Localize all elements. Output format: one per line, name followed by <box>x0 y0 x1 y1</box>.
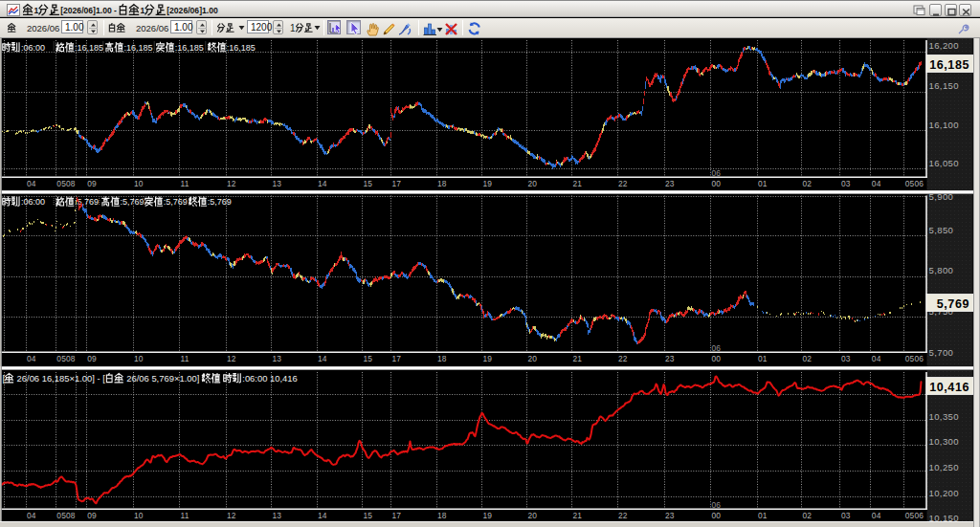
svg-text:16,150: 16,150 <box>929 80 959 91</box>
svg-text::16,185: :16,185 <box>124 43 153 53</box>
svg-text:1.00] - [: 1.00] - [ <box>75 373 105 384</box>
svg-text:17: 17 <box>392 511 402 520</box>
svg-text:04: 04 <box>872 354 881 363</box>
svg-text::16,185: :16,185 <box>75 43 103 53</box>
svg-text:01: 01 <box>758 511 768 520</box>
svg-text:20: 20 <box>528 511 538 520</box>
svg-text:0506: 0506 <box>905 179 924 188</box>
svg-text:18: 18 <box>437 179 447 188</box>
svg-text:10,200: 10,200 <box>929 488 959 498</box>
svg-text:09: 09 <box>87 179 97 188</box>
svg-text::16,185: :16,185 <box>227 43 256 53</box>
svg-text:1: 1 <box>33 6 38 15</box>
svg-text:18: 18 <box>437 354 447 363</box>
svg-text:26/06 16,185: 26/06 16,185 <box>14 373 69 384</box>
svg-text::5,769: :5,769 <box>208 197 232 207</box>
svg-text:10,416: 10,416 <box>929 381 969 394</box>
svg-text:17: 17 <box>392 179 402 188</box>
svg-text:[2026/06]1.00: [2026/06]1.00 <box>167 6 218 15</box>
svg-text:14: 14 <box>318 179 327 188</box>
svg-text:1.00]: 1.00] <box>179 373 201 384</box>
svg-text::5,769: :5,769 <box>164 197 188 207</box>
svg-text:09: 09 <box>87 354 97 363</box>
svg-text:22: 22 <box>618 511 628 520</box>
svg-text:5,850: 5,850 <box>929 225 954 235</box>
svg-text:23: 23 <box>665 511 675 520</box>
svg-text:11: 11 <box>181 511 189 520</box>
svg-text:02: 02 <box>802 354 812 363</box>
svg-text:21: 21 <box>573 179 583 188</box>
svg-text::06:00 10,416: :06:00 10,416 <box>242 373 297 384</box>
svg-text:0506: 0506 <box>905 354 924 363</box>
svg-text:0508: 0508 <box>56 354 76 363</box>
svg-text:19: 19 <box>483 511 493 520</box>
svg-text:16,050: 16,050 <box>929 158 959 168</box>
svg-text:0506: 0506 <box>905 511 924 520</box>
svg-text:00: 00 <box>712 511 722 520</box>
svg-text:16,185: 16,185 <box>929 58 969 72</box>
svg-text:03: 03 <box>841 511 851 520</box>
svg-text:20: 20 <box>528 354 538 363</box>
svg-text::06:00: :06:00 <box>21 197 45 207</box>
svg-text:01: 01 <box>758 179 768 188</box>
svg-text:14: 14 <box>318 354 327 363</box>
svg-text:5,769: 5,769 <box>937 297 969 311</box>
svg-text:03: 03 <box>841 354 851 363</box>
svg-text:04: 04 <box>27 354 36 363</box>
svg-text:04: 04 <box>27 511 36 520</box>
svg-text:22: 22 <box>618 354 628 363</box>
svg-text:19: 19 <box>483 179 493 188</box>
svg-text:11: 11 <box>181 179 189 188</box>
svg-text:23: 23 <box>665 354 675 363</box>
svg-text:16,200: 16,200 <box>929 40 959 51</box>
svg-text:5,900: 5,900 <box>929 194 954 202</box>
svg-text:03: 03 <box>841 179 851 188</box>
svg-text:26/06 5,769: 26/06 5,769 <box>124 373 174 384</box>
svg-text:16,100: 16,100 <box>929 120 959 130</box>
svg-text:23: 23 <box>665 179 675 188</box>
svg-text:[: [ <box>3 373 6 384</box>
svg-text:12: 12 <box>227 511 236 520</box>
svg-text:04: 04 <box>872 511 881 520</box>
svg-text:06: 06 <box>712 500 722 510</box>
svg-text:12: 12 <box>227 179 236 188</box>
svg-text:1: 1 <box>140 6 145 15</box>
svg-text:00: 00 <box>712 179 722 188</box>
svg-text:0508: 0508 <box>56 511 76 520</box>
svg-text:10,300: 10,300 <box>929 436 959 447</box>
svg-text::5,769: :5,769 <box>121 197 145 207</box>
svg-text:06: 06 <box>712 168 722 178</box>
svg-text:02: 02 <box>802 511 812 520</box>
svg-text:11: 11 <box>181 354 189 363</box>
svg-text:09: 09 <box>87 511 97 520</box>
svg-text:12: 12 <box>227 354 236 363</box>
svg-text:10,350: 10,350 <box>929 411 959 422</box>
svg-text:19: 19 <box>483 354 493 363</box>
svg-text:0508: 0508 <box>56 179 76 188</box>
svg-text:13: 13 <box>273 179 282 188</box>
svg-text:06: 06 <box>712 343 722 353</box>
svg-text:10: 10 <box>134 354 144 363</box>
svg-text:10,250: 10,250 <box>929 462 959 472</box>
svg-text:15: 15 <box>364 354 373 363</box>
svg-text:13: 13 <box>273 511 282 520</box>
svg-text:00: 00 <box>712 354 722 363</box>
svg-text:5,700: 5,700 <box>929 347 954 358</box>
svg-text:04: 04 <box>27 179 36 188</box>
svg-text::16,185: :16,185 <box>175 43 204 53</box>
svg-text:15: 15 <box>364 179 373 188</box>
svg-text::06:00: :06:00 <box>21 43 45 53</box>
svg-text:02: 02 <box>802 179 812 188</box>
svg-text:10: 10 <box>134 511 144 520</box>
svg-text:18: 18 <box>437 511 447 520</box>
svg-text:04: 04 <box>872 179 881 188</box>
svg-text:01: 01 <box>758 354 768 363</box>
svg-text:10: 10 <box>134 179 144 188</box>
svg-text:15: 15 <box>364 511 373 520</box>
svg-text:21: 21 <box>573 511 583 520</box>
svg-text:13: 13 <box>273 354 282 363</box>
svg-text:14: 14 <box>318 511 327 520</box>
svg-text:17: 17 <box>392 354 402 363</box>
svg-text:5,800: 5,800 <box>929 265 954 275</box>
svg-text:20: 20 <box>528 179 538 188</box>
